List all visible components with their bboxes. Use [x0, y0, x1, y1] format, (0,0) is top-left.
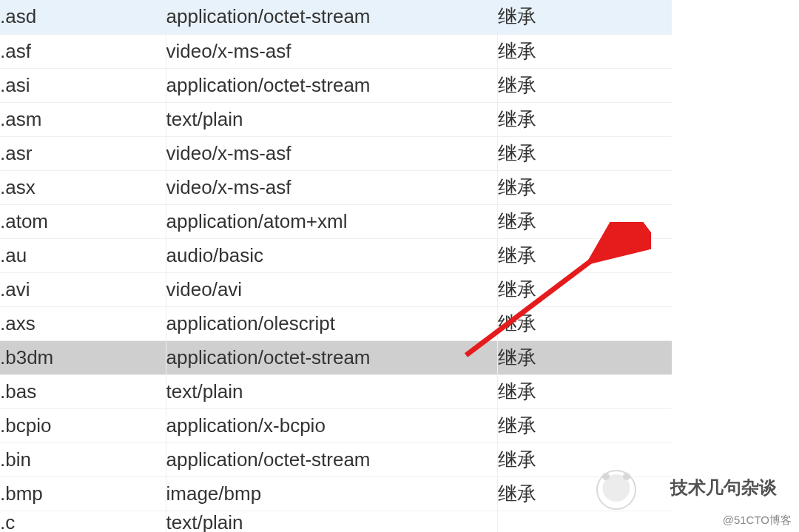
mime-type-cell: application/olescript	[166, 306, 497, 340]
extension-cell: .asd	[0, 0, 166, 34]
mime-types-table[interactable]: .asdapplication/octet-stream继承.asfvideo/…	[0, 0, 672, 532]
mime-type-cell: text/plain	[166, 374, 497, 408]
table-row[interactable]: .b3dmapplication/octet-stream继承	[0, 340, 672, 374]
table-row[interactable]: .avivideo/avi继承	[0, 272, 672, 306]
inherit-cell: 继承	[497, 374, 672, 408]
extension-cell: .asm	[0, 102, 166, 136]
inherit-cell	[497, 511, 672, 532]
inherit-cell: 继承	[497, 102, 672, 136]
extension-cell: .bin	[0, 442, 166, 477]
mime-type-cell: application/octet-stream	[166, 442, 497, 477]
table-row[interactable]: .bmpimage/bmp继承	[0, 477, 672, 511]
table-row[interactable]: .asmtext/plain继承	[0, 102, 672, 136]
extension-cell: .asi	[0, 68, 166, 102]
inherit-cell: 继承	[497, 306, 672, 340]
table-row[interactable]: .axsapplication/olescript继承	[0, 306, 672, 340]
watermark-text-secondary: @51CTO博客	[723, 514, 792, 528]
extension-cell: .bas	[0, 374, 166, 408]
mime-type-cell: video/x-ms-asf	[166, 136, 497, 170]
extension-cell: .atom	[0, 204, 166, 238]
table-row[interactable]: .asdapplication/octet-stream继承	[0, 0, 672, 34]
table-row[interactable]: .ctext/plain	[0, 511, 672, 532]
table-row[interactable]: .asiapplication/octet-stream继承	[0, 68, 672, 102]
extension-cell: .b3dm	[0, 340, 166, 374]
inherit-cell: 继承	[497, 204, 672, 238]
inherit-cell: 继承	[497, 408, 672, 442]
extension-cell: .asr	[0, 136, 166, 170]
mime-type-cell: application/x-bcpio	[166, 408, 497, 442]
extension-cell: .au	[0, 238, 166, 272]
extension-cell: .asf	[0, 34, 166, 68]
table-row[interactable]: .binapplication/octet-stream继承	[0, 442, 672, 477]
table-row[interactable]: .bastext/plain继承	[0, 374, 672, 408]
inherit-cell: 继承	[497, 68, 672, 102]
inherit-cell: 继承	[497, 477, 672, 511]
table-row[interactable]: .asxvideo/x-ms-asf继承	[0, 170, 672, 204]
inherit-cell: 继承	[497, 340, 672, 374]
mime-type-cell: video/x-ms-asf	[166, 170, 497, 204]
table-row[interactable]: .asrvideo/x-ms-asf继承	[0, 136, 672, 170]
inherit-cell: 继承	[497, 136, 672, 170]
mime-type-cell: application/octet-stream	[166, 68, 497, 102]
table-row[interactable]: .bcpioapplication/x-bcpio继承	[0, 408, 672, 442]
mime-type-cell: application/atom+xml	[166, 204, 497, 238]
extension-cell: .c	[0, 511, 166, 532]
mime-type-cell: video/x-ms-asf	[166, 34, 497, 68]
mime-type-cell: text/plain	[166, 102, 497, 136]
table-row[interactable]: .atomapplication/atom+xml继承	[0, 204, 672, 238]
mime-type-cell: text/plain	[166, 511, 497, 532]
inherit-cell: 继承	[497, 442, 672, 477]
inherit-cell: 继承	[497, 0, 672, 34]
table-row[interactable]: .asfvideo/x-ms-asf继承	[0, 34, 672, 68]
extension-cell: .axs	[0, 306, 166, 340]
table-row[interactable]: .auaudio/basic继承	[0, 238, 672, 272]
inherit-cell: 继承	[497, 170, 672, 204]
extension-cell: .bcpio	[0, 408, 166, 442]
mime-type-cell: video/avi	[166, 272, 497, 306]
extension-cell: .asx	[0, 170, 166, 204]
inherit-cell: 继承	[497, 272, 672, 306]
watermark-text-primary: 技术几句杂谈	[670, 476, 777, 499]
mime-type-cell: application/octet-stream	[166, 0, 497, 34]
inherit-cell: 继承	[497, 238, 672, 272]
mime-type-cell: audio/basic	[166, 238, 497, 272]
extension-cell: .avi	[0, 272, 166, 306]
mime-type-cell: image/bmp	[166, 477, 497, 511]
watermark-logo-icon	[596, 470, 636, 510]
extension-cell: .bmp	[0, 477, 166, 511]
mime-type-cell: application/octet-stream	[166, 340, 497, 374]
inherit-cell: 继承	[497, 34, 672, 68]
